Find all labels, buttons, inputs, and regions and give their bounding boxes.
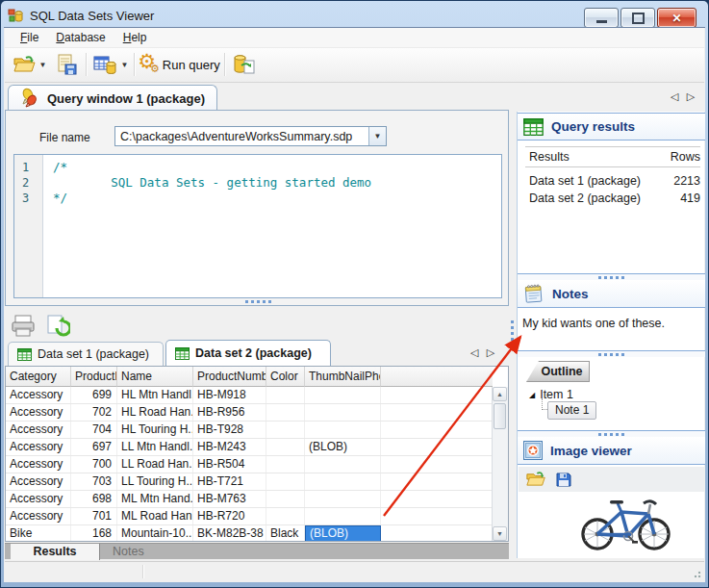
grid-cell[interactable] xyxy=(266,508,305,524)
grid-cell[interactable]: HB-M918 xyxy=(193,387,266,403)
grid-cell[interactable]: 701 xyxy=(71,508,117,524)
grid-cell[interactable]: 703 xyxy=(71,473,117,490)
image-viewer-splitter[interactable] xyxy=(518,430,705,437)
grid-cell[interactable]: HL Road Han... xyxy=(117,404,193,421)
grid-column-header[interactable]: ProductID xyxy=(71,367,117,387)
close-button[interactable]: ✕ xyxy=(657,8,696,28)
tab-data-set-1[interactable]: Data set 1 (package) xyxy=(8,342,164,366)
grid-cell[interactable]: HL Touring H... xyxy=(117,422,193,438)
scroll-up-icon[interactable]: ▲ xyxy=(493,387,507,401)
grid-cell[interactable]: Accessory xyxy=(6,404,71,421)
result-row-2[interactable]: Data set 2 (package) 419 xyxy=(525,190,700,207)
grid-cell[interactable]: LL Touring H... xyxy=(117,473,193,490)
grid-cell[interactable]: Accessory xyxy=(6,456,71,473)
export-data-button[interactable] xyxy=(228,51,261,78)
outline-splitter[interactable] xyxy=(518,350,705,357)
grid-cell[interactable]: 168 xyxy=(71,525,117,541)
dataset-scroll-left-icon[interactable]: ◁ xyxy=(468,345,481,360)
dataset-scroll-right-icon[interactable]: ▷ xyxy=(484,345,497,360)
grid-row[interactable]: Accessory700LL Road Han...HB-R504 xyxy=(6,456,493,473)
tab-scroll-left-icon[interactable]: ◁ xyxy=(668,89,681,104)
tree-expand-icon[interactable]: ◢ xyxy=(529,391,535,399)
scroll-down-icon[interactable]: ▼ xyxy=(493,526,507,541)
grid-cell[interactable]: 702 xyxy=(71,404,117,421)
sql-editor[interactable]: 1 /* 2 SQL Data Sets - getting started d… xyxy=(13,154,502,298)
menu-file[interactable]: File xyxy=(13,29,46,46)
grid-column-header[interactable]: Color xyxy=(266,367,305,387)
grid-cell[interactable]: LL Road Han... xyxy=(117,456,193,473)
open-image-icon[interactable] xyxy=(526,471,546,488)
grid-cell[interactable] xyxy=(266,439,305,455)
grid-cell[interactable]: HB-R956 xyxy=(193,404,266,421)
grid-cell[interactable]: 699 xyxy=(71,387,117,403)
grid-cell[interactable]: HB-R720 xyxy=(193,508,266,524)
grid-row[interactable]: Accessory701ML Road Han...HB-R720 xyxy=(6,508,493,525)
tab-outline[interactable]: Outline xyxy=(526,361,590,382)
editor-splitter[interactable] xyxy=(237,299,279,304)
grid-cell[interactable]: 698 xyxy=(71,491,117,507)
tab-results[interactable]: Results xyxy=(11,544,100,560)
menu-database[interactable]: Database xyxy=(48,29,113,46)
grid-cell[interactable]: Black xyxy=(266,525,305,541)
rows-column-header[interactable]: Rows xyxy=(660,150,700,164)
grid-cell[interactable] xyxy=(266,387,305,403)
grid-cell[interactable]: ML Mtn Hand... xyxy=(117,491,193,507)
refresh-button[interactable] xyxy=(42,313,73,339)
grid-cell[interactable] xyxy=(305,404,381,421)
grid-cell[interactable] xyxy=(266,491,305,507)
grid-cell[interactable] xyxy=(266,473,305,490)
grid-cell[interactable]: HB-M763 xyxy=(193,491,266,507)
grid-cell[interactable]: Accessory xyxy=(6,491,71,507)
save-button[interactable] xyxy=(51,51,82,78)
grid-cell[interactable]: Accessory xyxy=(6,473,71,490)
menu-help[interactable]: Help xyxy=(115,29,155,46)
grid-cell[interactable]: Accessory xyxy=(6,439,71,455)
grid-row[interactable]: Accessory698ML Mtn Hand...HB-M763 xyxy=(6,491,493,508)
print-button[interactable] xyxy=(8,313,38,339)
grid-cell[interactable]: Bike xyxy=(6,525,71,541)
main-splitter-handle[interactable] xyxy=(511,320,514,346)
grid-cell[interactable]: HL Mtn Handl... xyxy=(117,387,193,403)
datasets-button[interactable]: ▼ xyxy=(89,51,132,78)
grid-cell[interactable] xyxy=(305,491,381,507)
grid-cell[interactable] xyxy=(266,456,305,473)
tab-query-window-1[interactable]: Query window 1 (package) xyxy=(8,85,217,111)
grid-cell[interactable]: BK-M82B-38 xyxy=(193,525,266,541)
grid-row[interactable]: Accessory702HL Road Han...HB-R956 xyxy=(6,404,493,422)
grid-cell[interactable] xyxy=(266,404,305,421)
grid-cell[interactable]: 697 xyxy=(71,439,117,455)
grid-cell[interactable]: (BLOB) xyxy=(305,439,381,455)
grid-cell[interactable]: 704 xyxy=(71,422,117,438)
grid-vertical-scrollbar[interactable]: ▲ ▼ xyxy=(492,387,508,541)
scrollbar-thumb[interactable] xyxy=(494,403,506,429)
grid-cell[interactable] xyxy=(305,387,381,403)
grid-cell[interactable]: (BLOB) xyxy=(305,525,381,541)
grid-column-header[interactable]: ProductNumber xyxy=(193,367,266,387)
grid-row[interactable]: Bike168Mountain-10...BK-M82B-38Black(BLO… xyxy=(6,525,493,541)
grid-cell[interactable]: Accessory xyxy=(6,387,71,403)
tab-scroll-right-icon[interactable]: ▷ xyxy=(684,89,697,104)
tree-note-1[interactable]: Note 1 xyxy=(547,401,596,420)
grid-cell[interactable]: Accessory xyxy=(6,422,71,438)
grid-row[interactable]: Accessory699HL Mtn Handl...HB-M918 xyxy=(6,387,493,404)
results-column-header[interactable]: Results xyxy=(525,150,660,164)
result-row-1[interactable]: Data set 1 (package) 2213 xyxy=(525,172,700,190)
grid-cell[interactable]: HB-R504 xyxy=(193,456,266,473)
titlebar[interactable]: SQL Data Sets Viewer xyxy=(8,7,154,24)
combo-dropdown-icon[interactable]: ▼ xyxy=(368,127,386,145)
grid-cell[interactable]: LL Mtn Handl... xyxy=(117,439,193,455)
open-file-button[interactable]: ▼ xyxy=(11,51,49,78)
grid-cell[interactable] xyxy=(305,456,381,473)
grid-cell[interactable]: 700 xyxy=(71,456,117,473)
grid-cell[interactable]: Mountain-10... xyxy=(117,525,193,541)
grid-cell[interactable]: HB-T721 xyxy=(193,473,266,490)
notes-splitter[interactable] xyxy=(518,273,705,280)
grid-cell[interactable]: HB-T928 xyxy=(193,422,266,438)
grid-cell[interactable] xyxy=(305,508,381,524)
grid-cell[interactable] xyxy=(266,422,305,438)
grid-column-header[interactable]: ThumbNailPhoto xyxy=(305,367,381,387)
tab-data-set-2[interactable]: Data set 2 (package) xyxy=(165,340,331,366)
resize-grip-icon[interactable] xyxy=(692,569,701,578)
grid-column-header[interactable]: Name xyxy=(117,367,193,387)
minimize-button[interactable] xyxy=(584,8,619,28)
